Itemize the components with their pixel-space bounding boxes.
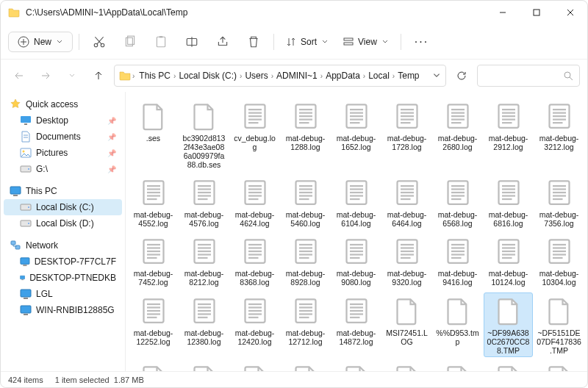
file-item[interactable]: bc3902d8132f43e3ae086a009979fa88.db.ses bbox=[179, 98, 229, 171]
refresh-button[interactable] bbox=[451, 65, 473, 87]
delete-button[interactable] bbox=[240, 29, 268, 55]
file-item[interactable]: mat-debug-9320.log bbox=[382, 233, 431, 289]
copy-button[interactable] bbox=[116, 29, 144, 55]
file-item[interactable]: ~RSA049.tmp bbox=[433, 360, 482, 371]
breadcrumb[interactable]: › This PC›Local Disk (C:)›Users›ADMINI~1… bbox=[114, 65, 446, 87]
arrow-left-icon bbox=[14, 71, 24, 81]
file-item[interactable]: ~RS4899.tmp bbox=[331, 360, 381, 371]
file-item[interactable]: ~DF5151DE07DF417836.TMP bbox=[534, 292, 584, 357]
cut-button[interactable] bbox=[85, 29, 113, 55]
svg-rect-36 bbox=[344, 43, 353, 45]
file-icon bbox=[545, 176, 574, 209]
file-item[interactable]: mat-debug-3212.log bbox=[534, 98, 584, 171]
maximize-button[interactable] bbox=[520, 1, 553, 24]
file-item[interactable]: mat-debug-1288.log bbox=[281, 98, 330, 171]
sidebar-quick-access[interactable]: Quick access bbox=[4, 96, 122, 112]
file-item[interactable]: ~RS2858.tmp bbox=[281, 360, 330, 371]
back-button[interactable] bbox=[8, 65, 30, 87]
search-input[interactable] bbox=[477, 65, 580, 87]
file-label: mat-debug-14872.log bbox=[334, 328, 379, 346]
file-item[interactable]: ~RSE19.tmp bbox=[534, 360, 584, 371]
sidebar-network-host[interactable]: LGL bbox=[4, 286, 122, 302]
file-item[interactable]: mat-debug-1728.log bbox=[382, 98, 431, 171]
breadcrumb-item[interactable]: Local bbox=[365, 69, 392, 82]
file-item[interactable]: mat-debug-10304.log bbox=[534, 233, 584, 289]
file-pane[interactable]: .sesbc3902d8132f43e3ae086a009979fa88.db.… bbox=[126, 92, 587, 371]
file-item[interactable]: .ses bbox=[129, 98, 178, 171]
file-item[interactable]: cv_debug.log bbox=[230, 98, 279, 171]
sidebar-item-label: LGL bbox=[36, 289, 53, 299]
close-button[interactable] bbox=[553, 1, 587, 24]
view-dropdown[interactable]: View bbox=[337, 33, 395, 51]
breadcrumb-item[interactable]: ADMINI~1 bbox=[273, 69, 320, 82]
file-item[interactable]: ~DFE7C2B7288E12841.TMP bbox=[179, 360, 229, 371]
breadcrumb-item[interactable]: Local Disk (C:) bbox=[176, 69, 240, 82]
file-label: mat-debug-1728.log bbox=[384, 134, 429, 151]
file-item[interactable]: mat-debug-7452.log bbox=[129, 233, 178, 289]
file-item[interactable]: mat-debug-1652.log bbox=[331, 98, 381, 171]
chevron-down-icon[interactable] bbox=[432, 71, 441, 80]
file-label: mat-debug-8928.log bbox=[283, 269, 328, 287]
file-item[interactable]: mat-debug-12420.log bbox=[230, 292, 279, 357]
share-button[interactable] bbox=[209, 29, 237, 55]
file-label: mat-debug-10124.log bbox=[486, 269, 531, 287]
file-icon bbox=[240, 176, 270, 209]
file-item[interactable]: mat-debug-9080.log bbox=[331, 233, 381, 289]
file-item[interactable]: mat-debug-7356.log bbox=[534, 174, 584, 230]
file-item[interactable]: mat-debug-6568.log bbox=[433, 174, 482, 230]
file-item[interactable]: mat-debug-12712.log bbox=[281, 292, 330, 357]
sidebar-pinned-item[interactable]: Documents📌 bbox=[4, 129, 122, 145]
new-button[interactable]: New bbox=[8, 32, 73, 52]
file-item[interactable]: mat-debug-9416.log bbox=[433, 233, 482, 289]
breadcrumb-item[interactable]: AppData bbox=[323, 69, 363, 82]
breadcrumb-item[interactable]: Temp bbox=[395, 69, 422, 82]
up-button[interactable] bbox=[87, 65, 110, 87]
file-item[interactable]: mat-debug-5460.log bbox=[281, 174, 330, 230]
file-item[interactable]: MSI72451.LOG bbox=[382, 292, 431, 357]
file-item[interactable]: mat-debug-4576.log bbox=[179, 174, 229, 230]
sidebar-network[interactable]: Network bbox=[4, 237, 122, 254]
file-item[interactable]: mat-debug-12380.log bbox=[179, 292, 229, 357]
file-icon bbox=[443, 362, 473, 371]
sidebar-network-host[interactable]: DESKTOP-7F7CL7F bbox=[4, 254, 122, 270]
file-item[interactable]: mat-debug-14872.log bbox=[331, 292, 381, 357]
file-item[interactable]: mat-debug-2680.log bbox=[433, 98, 482, 171]
minimize-button[interactable] bbox=[486, 1, 520, 24]
forward-button[interactable] bbox=[35, 65, 57, 87]
sidebar-pinned-item[interactable]: G:\📌 bbox=[4, 161, 122, 177]
file-label: mat-debug-9416.log bbox=[435, 269, 480, 287]
sidebar-drive-item[interactable]: Local Disk (C:) bbox=[4, 199, 122, 215]
sidebar-this-pc[interactable]: This PC bbox=[4, 183, 122, 199]
sidebar-network-host[interactable]: DESKTOP-PTNEDKB bbox=[4, 270, 122, 286]
sidebar-network-host[interactable]: WIN-RNBIB12885G bbox=[4, 302, 122, 318]
file-item[interactable]: mat-debug-2912.log bbox=[484, 98, 533, 171]
file-item[interactable]: ~RS9729.tmp bbox=[382, 360, 431, 371]
more-button[interactable]: ··· bbox=[407, 35, 436, 48]
sidebar-pinned-item[interactable]: Pictures📌 bbox=[4, 145, 122, 161]
file-item[interactable]: mat-debug-12252.log bbox=[129, 292, 178, 357]
file-item[interactable]: %%D953.tmp bbox=[433, 292, 482, 357]
file-item[interactable]: mat-debug-6816.log bbox=[484, 174, 533, 230]
sidebar-drive-item[interactable]: Local Disk (D:) bbox=[4, 215, 122, 231]
file-item[interactable]: ~RSADE4.tmp bbox=[484, 360, 533, 371]
rename-button[interactable] bbox=[178, 29, 206, 55]
file-item[interactable]: mat-debug-8928.log bbox=[281, 233, 330, 289]
breadcrumb-item[interactable]: This PC bbox=[136, 69, 173, 82]
item-icon bbox=[20, 163, 32, 175]
file-item[interactable]: ~RS77B5.tmp bbox=[230, 360, 279, 371]
file-item[interactable]: mat-debug-6464.log bbox=[382, 174, 431, 230]
file-item[interactable]: mat-debug-4624.log bbox=[230, 174, 279, 230]
new-label: New bbox=[34, 37, 51, 47]
file-item[interactable]: ~DFCD74532E2AD0493C.TMP bbox=[129, 360, 178, 371]
file-item[interactable]: mat-debug-8368.log bbox=[230, 233, 279, 289]
breadcrumb-item[interactable]: Users bbox=[242, 69, 270, 82]
file-item[interactable]: mat-debug-4552.log bbox=[129, 174, 178, 230]
sort-dropdown[interactable]: Sort bbox=[280, 33, 334, 51]
recent-dropdown[interactable] bbox=[61, 65, 83, 87]
file-item[interactable]: mat-debug-8212.log bbox=[179, 233, 229, 289]
file-item[interactable]: mat-debug-10124.log bbox=[484, 233, 533, 289]
sidebar-pinned-item[interactable]: Desktop📌 bbox=[4, 112, 122, 129]
file-item[interactable]: ~DF99A6380C2670CC88.TMP bbox=[484, 292, 533, 357]
paste-button[interactable] bbox=[147, 29, 175, 55]
file-item[interactable]: mat-debug-6104.log bbox=[331, 174, 381, 230]
